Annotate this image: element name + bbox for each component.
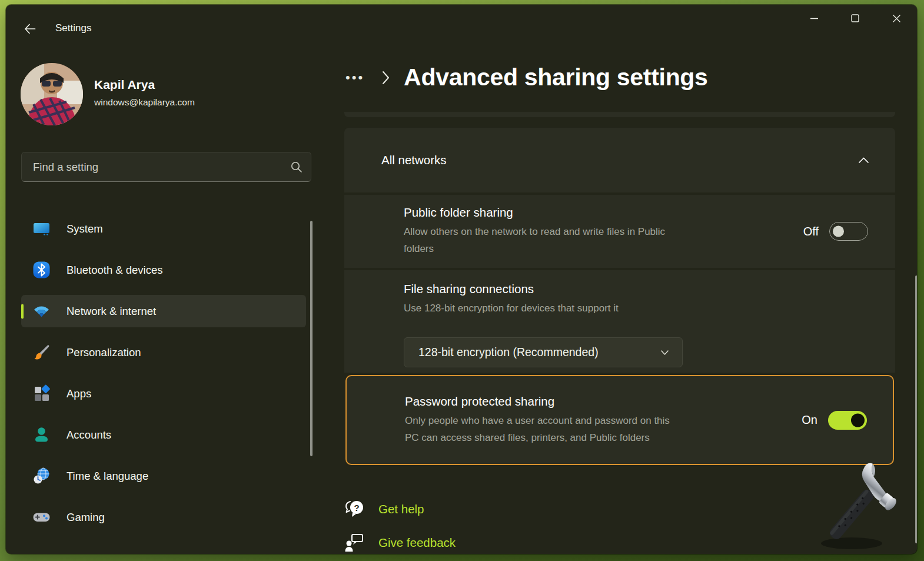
password-protected-sharing-row: Password protected sharing Only people w… xyxy=(345,375,894,465)
file-sharing-connections-row: File sharing connections Use 128-bit enc… xyxy=(344,270,895,373)
accounts-icon xyxy=(32,426,51,444)
file-sharing-text: File sharing connections Use 128-bit enc… xyxy=(344,270,895,317)
setting-title: Public folder sharing xyxy=(404,205,672,220)
selected-accent-pill xyxy=(21,304,24,318)
search-icon xyxy=(290,161,303,173)
back-button[interactable] xyxy=(20,20,40,38)
maximize-button[interactable] xyxy=(835,5,876,32)
sidebar-item-label: Network & internet xyxy=(67,305,156,318)
setting-title: Password protected sharing xyxy=(405,394,673,409)
all-networks-expander[interactable]: All networks xyxy=(344,128,895,192)
page-title: Advanced sharing settings xyxy=(404,64,708,91)
bluetooth-icon xyxy=(32,261,51,279)
time-language-icon xyxy=(32,467,51,485)
password-protected-toggle-group: On xyxy=(802,411,867,430)
main-scrollbar[interactable] xyxy=(915,275,917,543)
password-protected-toggle[interactable] xyxy=(828,411,867,430)
search-input[interactable] xyxy=(33,161,290,174)
sidebar-item-gaming[interactable]: Gaming xyxy=(21,501,306,533)
breadcrumb-overflow-button[interactable]: ••• xyxy=(344,67,365,89)
toggle-knob xyxy=(851,413,865,427)
personalization-icon xyxy=(32,343,51,361)
system-icon xyxy=(32,220,51,238)
public-folder-toggle[interactable] xyxy=(829,222,868,241)
sidebar-item-label: Time & language xyxy=(67,470,148,483)
avatar-photo xyxy=(21,63,83,125)
breadcrumb-chevron-icon xyxy=(381,70,391,85)
maximize-icon xyxy=(851,14,859,22)
account-email: windows@kapilarya.com xyxy=(94,97,195,108)
close-button[interactable] xyxy=(876,5,917,32)
setting-description: Allow others on the network to read and … xyxy=(404,223,672,257)
sidebar-item-label: System xyxy=(67,223,103,235)
setting-description: Use 128-bit encryption for devices that … xyxy=(404,300,757,317)
public-folder-toggle-group: Off xyxy=(803,222,868,241)
encryption-dropdown[interactable]: 128-bit encryption (Recommended) xyxy=(404,337,683,367)
app-title: Settings xyxy=(55,22,91,34)
sidebar-item-label: Bluetooth & devices xyxy=(67,264,163,277)
gaming-icon xyxy=(32,508,51,526)
avatar[interactable] xyxy=(21,63,83,125)
sidebar-item-label: Accounts xyxy=(67,429,111,442)
sidebar-item-apps[interactable]: Apps xyxy=(21,377,306,410)
setting-title: File sharing connections xyxy=(404,282,868,296)
close-icon xyxy=(892,14,901,23)
minimize-button[interactable] xyxy=(793,5,835,32)
sidebar-item-label: Personalization xyxy=(67,346,141,359)
network-icon xyxy=(32,302,51,320)
setting-description: Only people who have a user account and … xyxy=(405,412,673,446)
breadcrumb: ••• Advanced sharing settings xyxy=(344,64,708,91)
sidebar-item-accounts[interactable]: Accounts xyxy=(21,419,306,451)
get-help-icon: ? xyxy=(344,498,365,520)
settings-window: Settings Kapil Arya wi xyxy=(6,5,917,554)
chevron-down-icon xyxy=(660,350,669,356)
sidebar-nav: System Bluetooth & devices Network & int… xyxy=(21,213,306,542)
give-feedback-icon xyxy=(344,532,365,554)
encryption-dropdown-value: 128-bit encryption (Recommended) xyxy=(418,346,599,359)
sidebar-item-time-language[interactable]: Time & language xyxy=(21,460,306,492)
back-arrow-icon xyxy=(24,22,36,35)
account-name: Kapil Arya xyxy=(94,78,155,92)
sidebar-item-network-internet[interactable]: Network & internet xyxy=(21,295,306,327)
minimize-icon xyxy=(810,14,819,23)
previous-section-card-edge xyxy=(344,112,895,117)
toggle-state-label: Off xyxy=(803,225,819,238)
sidebar-item-bluetooth[interactable]: Bluetooth & devices xyxy=(21,254,306,286)
sidebar-item-label: Gaming xyxy=(67,511,105,524)
password-protected-text: Password protected sharing Only people w… xyxy=(405,394,673,446)
get-help-link[interactable]: ? Get help xyxy=(344,498,424,520)
search-box[interactable] xyxy=(21,152,311,182)
give-feedback-link[interactable]: Give feedback xyxy=(344,532,456,554)
window-controls xyxy=(793,5,917,33)
public-folder-sharing-text: Public folder sharing Allow others on th… xyxy=(404,205,672,257)
toggle-knob xyxy=(833,226,844,237)
give-feedback-label: Give feedback xyxy=(378,536,456,550)
get-help-label: Get help xyxy=(378,502,424,516)
sidebar-scrollbar[interactable] xyxy=(310,221,313,456)
sidebar-item-personalization[interactable]: Personalization xyxy=(21,336,306,369)
toggle-state-label: On xyxy=(802,413,817,427)
public-folder-sharing-row: Public folder sharing Allow others on th… xyxy=(344,195,895,268)
svg-text:?: ? xyxy=(354,503,359,513)
expander-title: All networks xyxy=(381,153,447,167)
sidebar-item-label: Apps xyxy=(67,387,91,400)
apps-icon xyxy=(32,384,51,403)
desktop-wallpaper: { "window": { "title": "Settings", "cont… xyxy=(0,0,924,561)
sidebar-item-system[interactable]: System xyxy=(21,213,306,245)
chevron-up-icon xyxy=(858,157,869,164)
hammer-logo xyxy=(810,456,908,554)
